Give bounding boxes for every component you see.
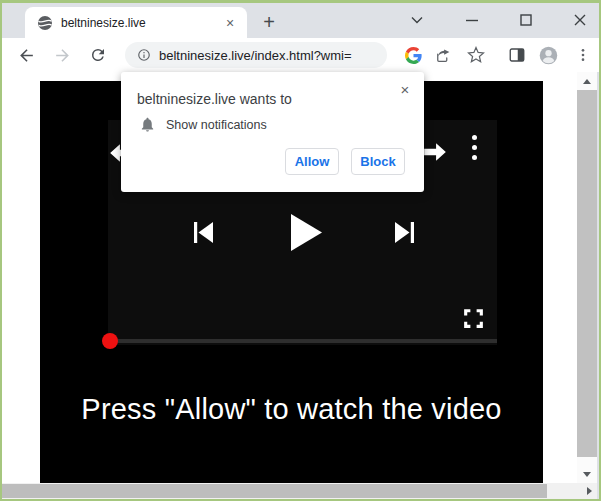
scroll-up-icon[interactable] bbox=[583, 79, 591, 84]
notification-permission-dialog: × beltninesize.live wants to Show notifi… bbox=[121, 72, 424, 192]
three-dot-menu-icon bbox=[575, 47, 591, 63]
progress-bar[interactable] bbox=[110, 339, 497, 343]
bookmark-button[interactable] bbox=[463, 42, 489, 68]
next-track-button[interactable] bbox=[393, 221, 415, 243]
titlebar: beltninesize.live × + bbox=[2, 3, 599, 38]
scroll-down-icon[interactable] bbox=[583, 472, 591, 477]
google-g-icon[interactable] bbox=[400, 42, 426, 68]
dialog-title: beltninesize.live wants to bbox=[137, 91, 292, 107]
reload-button[interactable] bbox=[84, 41, 112, 69]
block-button[interactable]: Block bbox=[351, 148, 405, 175]
site-info-icon[interactable] bbox=[137, 48, 151, 62]
dialog-close-icon[interactable]: × bbox=[396, 80, 414, 98]
skip-next-icon bbox=[394, 222, 415, 243]
url-text: beltninesize.live/index.html?wmi= bbox=[159, 48, 352, 63]
side-panel-icon bbox=[508, 46, 526, 64]
browser-tab[interactable]: beltninesize.live × bbox=[25, 7, 247, 38]
minimize-button[interactable] bbox=[451, 3, 493, 36]
globe-favicon-icon bbox=[37, 15, 53, 31]
three-dot-vertical-icon bbox=[472, 135, 477, 140]
browser-menu-button[interactable] bbox=[570, 42, 596, 68]
player-menu-button[interactable] bbox=[472, 135, 477, 160]
bell-icon bbox=[139, 116, 156, 133]
reload-icon bbox=[89, 46, 107, 64]
share-button[interactable] bbox=[430, 42, 456, 68]
progress-handle[interactable] bbox=[102, 333, 118, 349]
play-icon bbox=[291, 214, 322, 251]
horizontal-scroll-thumb[interactable] bbox=[2, 484, 547, 498]
forward-arrow-icon bbox=[53, 46, 72, 65]
carousel-right-arrow[interactable] bbox=[420, 137, 450, 167]
maximize-icon bbox=[519, 13, 533, 27]
tab-search-button[interactable] bbox=[396, 3, 438, 36]
previous-track-button[interactable] bbox=[192, 221, 214, 243]
tab-title: beltninesize.live bbox=[61, 16, 221, 30]
vertical-scroll-thumb[interactable] bbox=[577, 90, 597, 457]
play-button[interactable] bbox=[290, 213, 322, 251]
close-icon bbox=[573, 13, 587, 27]
tab-close-icon[interactable]: × bbox=[221, 14, 239, 32]
horizontal-scrollbar[interactable] bbox=[2, 483, 597, 499]
permission-label: Show notifications bbox=[166, 118, 267, 132]
scroll-right-icon[interactable] bbox=[587, 487, 592, 495]
forward-button[interactable] bbox=[48, 41, 76, 69]
back-arrow-icon bbox=[17, 46, 36, 65]
vertical-scrollbar[interactable] bbox=[577, 72, 597, 483]
minimize-icon bbox=[465, 13, 479, 27]
arrow-right-icon bbox=[422, 139, 448, 165]
fullscreen-icon bbox=[461, 306, 486, 331]
toolbar: beltninesize.live/index.html?wmi= bbox=[2, 38, 599, 72]
star-icon bbox=[467, 46, 485, 64]
fullscreen-button[interactable] bbox=[459, 304, 487, 332]
new-tab-button[interactable]: + bbox=[256, 9, 282, 35]
page-message: Press "Allow" to watch the video bbox=[40, 393, 543, 426]
allow-button[interactable]: Allow bbox=[285, 148, 339, 175]
chevron-down-icon bbox=[410, 13, 424, 27]
share-icon bbox=[434, 46, 452, 64]
side-panel-button[interactable] bbox=[504, 42, 530, 68]
address-bar[interactable]: beltninesize.live/index.html?wmi= bbox=[125, 42, 387, 68]
profile-avatar[interactable] bbox=[535, 42, 561, 68]
avatar-icon bbox=[538, 45, 559, 66]
back-button[interactable] bbox=[12, 41, 40, 69]
skip-previous-icon bbox=[193, 222, 214, 243]
window-close-button[interactable] bbox=[559, 3, 601, 36]
maximize-button[interactable] bbox=[505, 3, 547, 36]
